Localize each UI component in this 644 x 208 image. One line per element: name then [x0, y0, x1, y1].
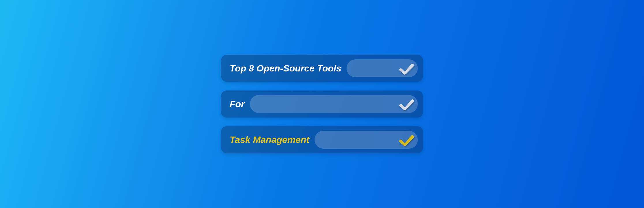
checkmark-icon — [398, 133, 415, 147]
pill-track-2 — [250, 95, 418, 113]
pill-track-1 — [347, 59, 418, 77]
pill-track-3 — [314, 131, 418, 149]
banner-container: Top 8 Open-Source Tools For Task Managem… — [221, 55, 423, 153]
checkmark-icon — [398, 97, 415, 111]
pill-row-1: Top 8 Open-Source Tools — [221, 55, 423, 82]
pill-label-1: Top 8 Open-Source Tools — [230, 63, 341, 74]
pill-label-3: Task Management — [230, 135, 309, 145]
checkmark-icon — [398, 61, 415, 75]
pill-row-2: For — [221, 90, 423, 118]
pill-row-3: Task Management — [221, 126, 423, 153]
pill-label-2: For — [230, 99, 245, 109]
